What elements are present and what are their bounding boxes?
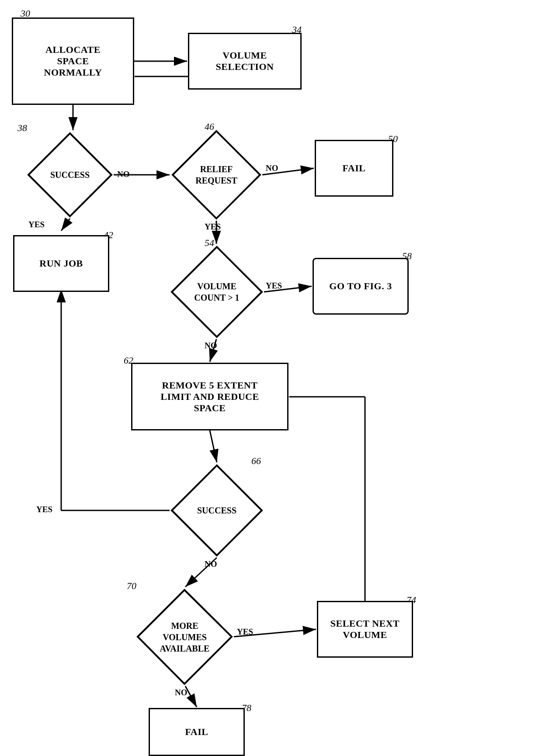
node-success1: SUCCESS [26,131,114,218]
label-no1: NO [117,170,130,179]
label-yes3: YES [266,281,282,291]
node-more-volumes-label: MOREVOLUMESAVAILABLE [160,620,210,654]
node-fail2: FAIL [149,708,245,756]
svg-line-5 [61,218,70,231]
node-allocate-label: ALLOCATESPACENORMALLY [44,44,102,78]
label-yes4-left: YES [36,505,52,514]
node-select-next-label: SELECT NEXTVOLUME [330,618,400,641]
svg-line-11 [210,430,217,462]
node-volume-count: VOLUMECOUNT > 1 [170,245,264,339]
label-no5: NO [175,688,188,697]
node-allocate: ALLOCATESPACENORMALLY [12,17,134,105]
node-volume-count-label: VOLUMECOUNT > 1 [194,281,239,303]
node-go-fig3-label: GO TO FIG. 3 [329,281,392,292]
label-yes1: YES [28,220,45,229]
label-yes2: YES [205,222,221,232]
flowchart-diagram: 30 ALLOCATESPACENORMALLY 34 VOLUMESELECT… [0,0,542,756]
label-yes5: YES [237,627,253,637]
node-relief-request: RELIEFREQUEST [170,129,262,221]
node-remove5: REMOVE 5 EXTENTLIMIT AND REDUCESPACE [131,363,288,430]
node-go-fig3: GO TO FIG. 3 [313,258,409,315]
label-no3: NO [205,341,217,350]
node-fail2-label: FAIL [185,726,208,738]
label-no4: NO [205,559,217,569]
node-run-job: RUN JOB [13,235,109,292]
node-success2: SUCCESS [170,463,264,558]
num-38: 38 [17,122,27,134]
node-select-next: SELECT NEXTVOLUME [317,601,413,658]
node-run-job-label: RUN JOB [39,258,83,269]
node-remove5-label: REMOVE 5 EXTENTLIMIT AND REDUCESPACE [160,380,259,414]
num-70: 70 [127,580,136,592]
node-volume-selection-label: VOLUMESELECTION [216,50,274,73]
node-success1-label: SUCCESS [50,169,90,180]
node-volume-selection: VOLUMESELECTION [188,33,302,90]
node-more-volumes: MOREVOLUMESAVAILABLE [136,588,234,686]
node-fail1: FAIL [315,140,393,197]
node-relief-request-label: RELIEFREQUEST [195,163,237,186]
node-success2-label: SUCCESS [197,505,236,516]
label-no2: NO [266,163,278,173]
node-fail1-label: FAIL [343,163,366,174]
